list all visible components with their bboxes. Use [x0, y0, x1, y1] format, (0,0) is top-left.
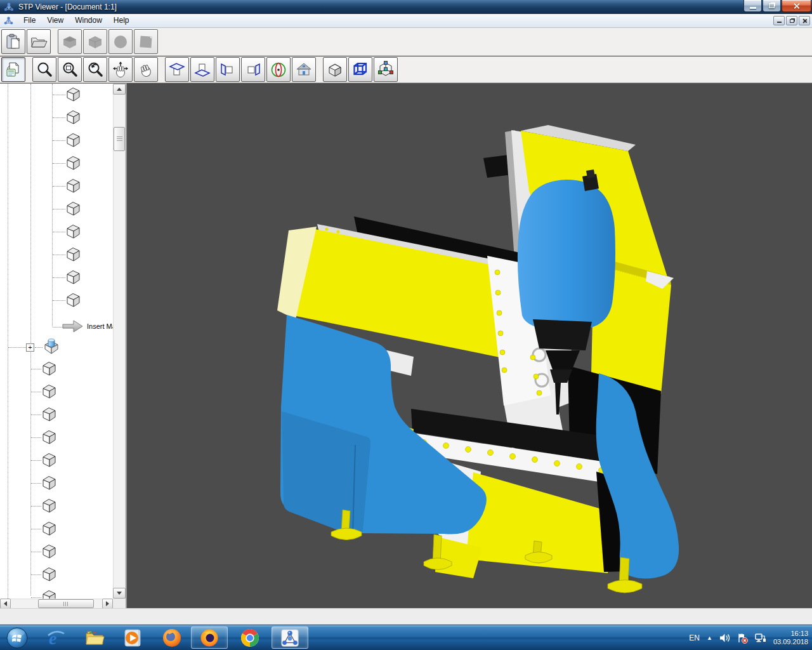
tree-item-cube-icon[interactable]: [65, 269, 82, 286]
taskbar-app-firefox[interactable]: [160, 627, 183, 649]
open-box-part-icon[interactable]: [43, 337, 60, 355]
tree-item-cube-icon[interactable]: [65, 132, 82, 149]
tree-item-cube-icon[interactable]: [41, 406, 58, 423]
tray-time: 16:13: [773, 630, 808, 638]
tree-item-cube-icon[interactable]: [41, 589, 58, 599]
tree-item-cube-icon[interactable]: [65, 155, 82, 171]
taskbar: e EN ▲ 16:13 03.09.2018: [0, 625, 812, 650]
system-tray: EN ▲ 16:13 03.09.2018: [689, 625, 808, 650]
tray-date: 03.09.2018: [773, 638, 808, 646]
hidden-icons-chevron[interactable]: ▲: [707, 635, 712, 641]
view-bottom-icon[interactable]: [190, 57, 214, 82]
statusbar: [0, 608, 812, 625]
tree-item-cube-icon[interactable]: [41, 566, 58, 583]
wireframe-view-icon[interactable]: [348, 57, 372, 82]
orbit-icon[interactable]: [266, 57, 291, 82]
tree-item-cube-icon[interactable]: [65, 292, 82, 308]
paste-icon[interactable]: [1, 29, 25, 54]
tree-connector: [53, 232, 65, 232]
tree-item-cube-icon[interactable]: [41, 452, 58, 468]
zoom-icon[interactable]: [32, 57, 56, 82]
tree-connector: [31, 460, 41, 461]
taskbar-app-media-player[interactable]: [122, 627, 145, 649]
menu-help[interactable]: Help: [108, 14, 135, 27]
tree-connector: [31, 574, 41, 575]
tree-vscroll-thumb[interactable]: [114, 127, 125, 151]
open-folder-icon[interactable]: [27, 29, 51, 54]
start-button[interactable]: [5, 626, 29, 649]
tree-item-cube-icon[interactable]: [65, 86, 82, 103]
menu-view[interactable]: View: [41, 14, 69, 27]
model-tree-panel: Insert Ma +: [0, 83, 127, 608]
viewport-3d[interactable]: [127, 83, 812, 608]
tree-guide-line: [8, 84, 8, 599]
taskbar-app-windows-explorer[interactable]: [83, 627, 106, 649]
action-center-flag-icon[interactable]: [737, 633, 748, 644]
tree-hscroll-left-button[interactable]: [0, 599, 11, 609]
zoom-previous-icon[interactable]: [83, 57, 107, 82]
tree-item-cube-icon[interactable]: [65, 246, 82, 263]
restore-button[interactable]: [763, 0, 781, 12]
minimize-button[interactable]: [743, 0, 762, 12]
window-title: STP Viewer - [Document 1:1]: [18, 3, 117, 11]
rotate-icon[interactable]: [134, 57, 158, 82]
insert-arrow-icon[interactable]: [62, 319, 84, 333]
tree-hscroll-right-button[interactable]: [102, 599, 113, 609]
pan-icon[interactable]: [108, 57, 133, 82]
tree-item-cube-icon[interactable]: [41, 498, 58, 514]
tree-expander-plus[interactable]: +: [26, 343, 34, 352]
home-view-icon[interactable]: [292, 57, 316, 82]
tree-item-insert-label[interactable]: Insert Ma: [87, 322, 113, 330]
tree-connector: [53, 186, 65, 187]
tree-hscroll-thumb[interactable]: [38, 599, 94, 608]
tree-connector: [35, 347, 43, 348]
tree-connector: [31, 597, 41, 598]
tree-item-cube-icon[interactable]: [41, 543, 58, 560]
tree-connector: [31, 415, 41, 415]
tree-connector: [31, 552, 41, 552]
tree-item-cube-icon[interactable]: [41, 361, 58, 377]
tree-vscroll-up-button[interactable]: [113, 84, 126, 95]
taskbar-app-firefox-quantum[interactable]: [191, 627, 228, 649]
zoom-window-icon[interactable]: [58, 57, 82, 82]
tree-item-cube-icon[interactable]: [65, 109, 82, 126]
mdi-close-button[interactable]: [799, 16, 810, 25]
mdi-restore-button[interactable]: [786, 16, 797, 25]
tree-item-cube-icon[interactable]: [65, 223, 82, 240]
menu-window[interactable]: Window: [69, 14, 108, 27]
import-properties-icon[interactable]: [1, 57, 25, 82]
tree-connector: [31, 369, 41, 369]
tree-connector: [8, 347, 26, 348]
volume-icon[interactable]: [719, 633, 730, 643]
menubar: File View Window Help: [0, 14, 812, 28]
tree-vscrollbar[interactable]: [113, 84, 126, 599]
view-left-icon[interactable]: [216, 57, 240, 82]
axonometric-view-icon[interactable]: [374, 57, 398, 82]
cube-icon: [83, 29, 107, 54]
taskbar-app-stp-viewer[interactable]: [272, 627, 308, 649]
tree-item-cube-icon[interactable]: [41, 429, 58, 446]
taskbar-app-chrome[interactable]: [239, 627, 261, 649]
tree-item-cube-icon[interactable]: [41, 521, 58, 537]
close-button[interactable]: [782, 0, 811, 12]
tree-item-cube-icon[interactable]: [41, 383, 58, 400]
taskbar-app-internet-explorer[interactable]: e: [44, 627, 67, 649]
solid-box-icon: [58, 29, 82, 54]
view-top-icon[interactable]: [165, 57, 189, 82]
view-right-icon[interactable]: [241, 57, 265, 82]
clock[interactable]: 16:13 03.09.2018: [773, 630, 808, 646]
tree-connector: [53, 277, 65, 278]
mdi-minimize-button[interactable]: [773, 16, 785, 25]
language-indicator[interactable]: EN: [689, 633, 700, 642]
tree-connector: [53, 140, 65, 141]
tree-connector: [53, 327, 62, 328]
menu-file[interactable]: File: [18, 14, 41, 27]
shaded-view-icon[interactable]: [323, 57, 347, 82]
tree-item-cube-icon[interactable]: [65, 201, 82, 217]
tree-connector: [53, 95, 65, 95]
network-icon[interactable]: [755, 633, 766, 643]
tree-guide-line: [30, 84, 31, 595]
tree-item-cube-icon[interactable]: [65, 178, 82, 194]
tree-item-cube-icon[interactable]: [41, 475, 58, 491]
tree-vscroll-down-button[interactable]: [113, 588, 126, 599]
